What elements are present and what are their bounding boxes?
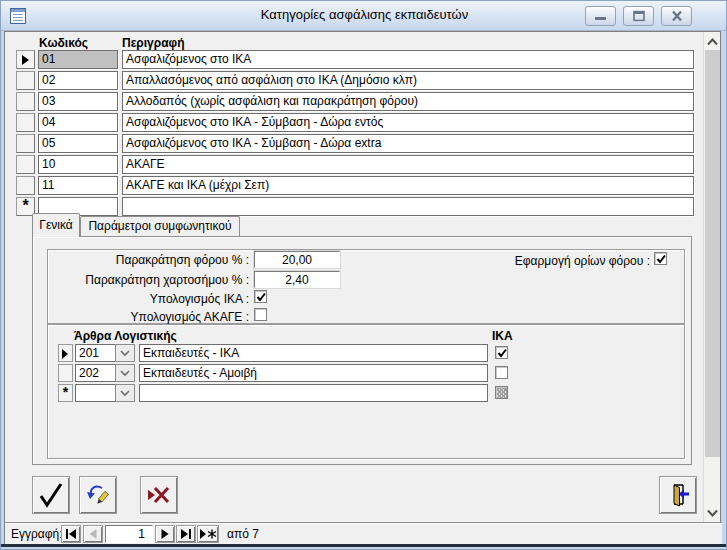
cell-code[interactable]: 03 [38,92,118,111]
window-title: Κατηγορίες ασφάλισης εκπαιδευτών [1,7,727,22]
exit-door-icon [665,482,691,508]
scrollbar-thumb[interactable] [705,50,720,457]
restore-button[interactable] [623,6,654,26]
minimize-button[interactable] [585,6,616,26]
row-selector[interactable] [16,155,35,174]
close-button[interactable] [661,6,692,26]
articles-ika-header: ΙΚΑ [492,329,513,343]
tax-withholding-input[interactable] [254,251,340,268]
tax-limits-checkbox[interactable] [654,252,667,265]
cell-desc[interactable]: Αλλοδαπός (χωρίς ασφάλιση και παρακράτησ… [122,92,694,111]
calc-akage-label: Υπολογισμός ΑΚΑΓΕ : [45,310,249,324]
minimize-icon [594,11,608,21]
save-button[interactable] [32,476,70,514]
next-record-icon [161,529,169,539]
chevron-down-icon [707,509,718,517]
row-selector[interactable] [16,176,35,195]
checkmark-icon [496,347,509,360]
chevron-down-icon [120,390,130,397]
current-record-input[interactable] [105,525,153,543]
exit-button[interactable] [659,476,697,514]
cell-code[interactable]: 02 [38,71,118,90]
calc-ika-checkbox[interactable] [254,290,267,303]
chevron-up-icon [707,38,718,46]
delete-record-icon [147,485,171,505]
last-record-icon [181,529,192,539]
calc-akage-checkbox[interactable] [254,308,267,321]
row-selector[interactable] [16,113,35,132]
previous-record-icon [89,529,97,539]
article-desc-cell[interactable]: Εκπαιδευτές - ΙΚΑ [139,344,488,362]
cell-code[interactable]: 04 [38,113,118,132]
new-record-button[interactable] [197,525,219,543]
calc-ika-label: Υπολογισμός ΙΚΑ : [45,292,249,306]
cell-code[interactable]: 05 [38,134,118,153]
window: Κατηγορίες ασφάλισης εκπαιδευτών Κωδικός… [0,0,727,550]
article-code-combo-new[interactable] [75,384,116,402]
cell-code[interactable]: 11 [38,176,118,195]
first-record-button[interactable] [61,525,81,543]
checkmark-icon [655,253,668,266]
close-icon [671,11,683,22]
record-nav-label: Εγγραφή: [11,527,63,541]
article-ika-checkbox[interactable] [495,346,508,359]
checkmark-icon [37,481,65,509]
checkmark-icon [255,291,268,304]
article-ika-checkbox-new[interactable] [495,386,508,399]
cell-desc[interactable]: Ασφαλιζόμενος στο ΙΚΑ - Σύμβαση - Δώρα ε… [122,113,694,132]
window-bottom-edge [1,544,727,547]
combo-dropdown-button[interactable] [115,344,135,362]
row-selector[interactable] [16,71,35,90]
tab-general[interactable]: Γενικά [32,213,80,237]
cell-desc-new[interactable] [122,197,694,216]
new-record-star-icon: * [59,384,72,400]
vertical-scrollbar[interactable] [703,32,720,522]
first-record-icon [66,529,77,539]
combo-dropdown-button[interactable] [115,384,135,402]
current-record-arrow-icon [22,55,29,65]
record-navigator: Εγγραφή: [5,522,722,544]
record-count-text: από 7 [227,527,259,541]
undo-pencil-icon [85,482,111,508]
article-row-selector[interactable] [58,364,73,382]
combo-dropdown-button[interactable] [115,364,135,382]
cell-code[interactable]: 01 [38,50,118,69]
cell-desc[interactable]: Ασφαλιζόμενος στο ΙΚΑ [122,50,694,69]
article-code-combo[interactable]: 201 [75,344,116,362]
cell-desc[interactable]: Ασφαλιζόμενος στο ΙΚΑ - Σύμβαση - Δώρα e… [122,134,694,153]
column-header-desc: Περιγραφή [122,36,185,50]
article-ika-checkbox[interactable] [495,366,508,379]
delete-record-button[interactable] [140,476,178,514]
stamp-withholding-label: Παρακράτηση χαρτοσήμου % : [45,273,249,287]
tab-agreement-params[interactable]: Παράμετροι συμφωνητικού [80,216,240,236]
column-header-code: Κωδικός [39,36,88,50]
titlebar: Κατηγορίες ασφάλισης εκπαιδευτών [1,1,727,31]
scroll-down-button[interactable] [704,504,721,521]
current-record-arrow-icon [62,349,68,359]
cell-desc[interactable]: Απαλλασόμενος από ασφάλιση στο ΙΚΑ (Δημό… [122,71,694,90]
article-row-selector[interactable] [58,344,73,362]
articles-title: Άρθρα Λογιστικής [74,329,177,343]
cell-desc[interactable]: ΑΚΑΓΕ [122,155,694,174]
article-new-row-selector[interactable]: * [58,384,73,402]
article-desc-cell-new[interactable] [139,384,488,402]
stamp-withholding-input[interactable] [254,271,340,288]
new-record-star-icon: * [17,197,34,215]
tax-limits-label: Εφαρμογή ορίων φόρου : [445,254,650,268]
tax-withholding-label: Παρακράτηση φόρου % : [45,253,249,267]
article-desc-cell[interactable]: Εκπαιδευτές - Αμοιβή [139,364,488,382]
row-selector[interactable] [16,92,35,111]
undo-button[interactable] [79,476,117,514]
scroll-up-button[interactable] [704,33,721,50]
last-record-button[interactable] [176,525,196,543]
chevron-down-icon [120,370,130,377]
new-record-icon [200,529,217,540]
previous-record-button[interactable] [83,525,103,543]
article-code-combo[interactable]: 202 [75,364,116,382]
chevron-down-icon [120,350,130,357]
next-record-button[interactable] [155,525,175,543]
cell-code[interactable]: 10 [38,155,118,174]
row-selector[interactable] [16,50,35,69]
row-selector[interactable] [16,134,35,153]
cell-desc[interactable]: ΑΚΑΓΕ και ΙΚΑ (μέχρι Σεπ) [122,176,694,195]
